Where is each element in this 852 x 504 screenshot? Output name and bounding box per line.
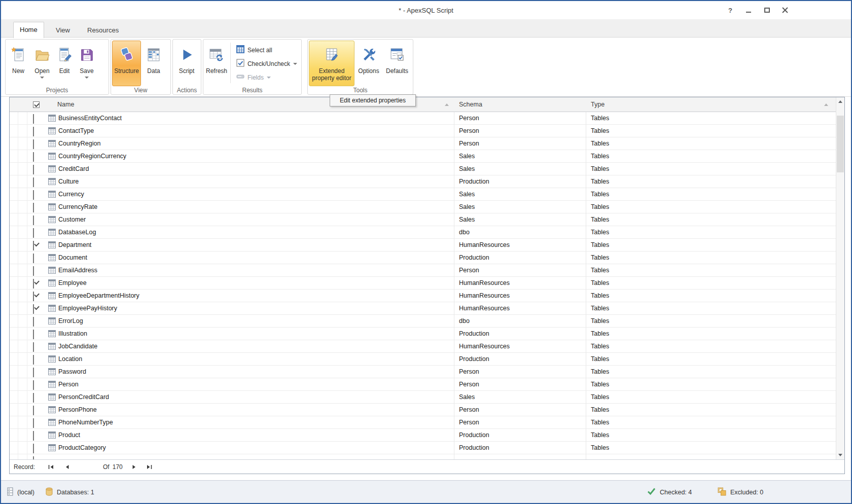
first-record-button[interactable] xyxy=(46,462,55,472)
table-row[interactable]: BusinessEntityContact Person Tables xyxy=(10,112,836,125)
row-checkbox[interactable] xyxy=(33,241,34,250)
row-checkbox[interactable] xyxy=(33,368,34,377)
table-row[interactable]: Person Person Tables xyxy=(10,378,836,391)
table-row[interactable]: Product Production Tables xyxy=(10,429,836,442)
row-checkbox[interactable] xyxy=(33,190,34,200)
open-button-label: Open xyxy=(34,67,49,75)
row-name: PersonPhone xyxy=(58,404,97,416)
table-row[interactable]: ErrorLog dbo Tables xyxy=(10,315,836,328)
row-checkbox[interactable] xyxy=(33,127,34,136)
row-checkbox[interactable] xyxy=(33,139,34,149)
row-checkbox[interactable] xyxy=(33,406,34,415)
table-row[interactable]: PhoneNumberType Person Tables xyxy=(10,416,836,429)
table-row[interactable]: EmployeeDepartmentHistory HumanResources… xyxy=(10,290,836,302)
row-checkbox[interactable] xyxy=(33,114,34,124)
table-row[interactable]: EmployeePayHistory HumanResources Tables xyxy=(10,302,836,315)
table-row[interactable]: Password Person Tables xyxy=(10,366,836,378)
row-checkbox[interactable] xyxy=(33,355,34,365)
extended-property-editor-icon xyxy=(324,45,340,65)
select-all-button[interactable]: Select all xyxy=(232,43,300,57)
table-row[interactable]: PersonPhone Person Tables xyxy=(10,404,836,416)
row-type: Tables xyxy=(591,378,609,390)
table-row[interactable]: Location Production Tables xyxy=(10,353,836,366)
column-header-type[interactable]: Type xyxy=(591,97,605,112)
table-row[interactable]: CountryRegionCurrency Sales Tables xyxy=(10,150,836,163)
row-type: Tables xyxy=(591,391,609,403)
last-record-button[interactable] xyxy=(145,462,154,472)
table-row[interactable]: ProductCategory Production Tables xyxy=(10,442,836,454)
window-title: * - ApexSQL Script xyxy=(1,1,851,19)
options-button[interactable]: Options xyxy=(354,41,383,86)
table-row[interactable]: Document Production Tables xyxy=(10,251,836,264)
save-button[interactable]: Save xyxy=(75,41,99,86)
table-icon xyxy=(48,305,56,314)
table-row[interactable]: Currency Sales Tables xyxy=(10,188,836,201)
row-checkbox[interactable] xyxy=(33,393,34,403)
row-checkbox[interactable] xyxy=(33,177,34,187)
fields-button[interactable]: Fields xyxy=(232,70,300,84)
next-record-button[interactable] xyxy=(130,462,139,472)
row-checkbox[interactable] xyxy=(33,380,34,390)
row-checkbox[interactable] xyxy=(33,279,34,289)
table-row[interactable]: Culture Production Tables xyxy=(10,175,836,188)
row-checkbox[interactable] xyxy=(33,418,34,428)
row-checkbox[interactable] xyxy=(33,304,34,314)
tab-home[interactable]: Home xyxy=(13,22,44,38)
table-row[interactable]: CountryRegion Person Tables xyxy=(10,137,836,150)
table-icon xyxy=(48,115,56,124)
row-checkbox[interactable] xyxy=(33,203,34,212)
table-row[interactable]: JobCandidate HumanResources Tables xyxy=(10,340,836,353)
header-checkbox[interactable] xyxy=(33,101,40,108)
row-checkbox[interactable] xyxy=(33,165,34,174)
column-header-name[interactable]: Name xyxy=(57,97,74,112)
scroll-up-button[interactable] xyxy=(836,97,844,106)
table-row[interactable]: DatabaseLog dbo Tables xyxy=(10,226,836,239)
table-row[interactable]: Department HumanResources Tables xyxy=(10,239,836,251)
minimize-button[interactable] xyxy=(744,6,753,14)
table-row[interactable]: CurrencyRate Sales Tables xyxy=(10,201,836,213)
row-checkbox[interactable] xyxy=(33,266,34,276)
table-row[interactable]: ContactType Person Tables xyxy=(10,125,836,137)
row-checkbox[interactable] xyxy=(33,292,34,301)
data-button[interactable]: Data xyxy=(141,41,166,86)
table-row[interactable]: Customer Sales Tables xyxy=(10,213,836,226)
row-type: Tables xyxy=(591,150,609,162)
server-name: (local) xyxy=(17,489,34,496)
row-checkbox[interactable] xyxy=(33,444,34,453)
row-schema: Person xyxy=(459,137,479,150)
row-checkbox[interactable] xyxy=(33,330,34,339)
column-header-schema[interactable]: Schema xyxy=(459,97,482,112)
extended-property-editor-button[interactable]: Extended property editor xyxy=(309,41,354,86)
edit-button[interactable]: Edit xyxy=(54,41,75,86)
tab-resources[interactable]: Resources xyxy=(81,23,125,38)
row-checkbox[interactable] xyxy=(33,215,34,225)
help-button[interactable]: ? xyxy=(726,6,734,14)
table-row[interactable]: CreditCard Sales Tables xyxy=(10,163,836,175)
open-button[interactable]: Open xyxy=(30,41,54,86)
close-button[interactable] xyxy=(781,6,789,14)
table-row[interactable]: EmailAddress Person Tables xyxy=(10,264,836,277)
script-button[interactable]: Script xyxy=(174,41,199,86)
maximize-button[interactable] xyxy=(763,6,771,14)
table-icon xyxy=(48,267,56,276)
scrollbar-thumb[interactable] xyxy=(837,116,844,172)
row-checkbox[interactable] xyxy=(33,254,34,263)
row-checkbox[interactable] xyxy=(33,152,34,162)
row-checkbox[interactable] xyxy=(33,317,34,327)
vertical-scrollbar[interactable] xyxy=(836,97,844,459)
tab-view[interactable]: View xyxy=(50,23,76,38)
table-row[interactable]: PersonCreditCard Sales Tables xyxy=(10,391,836,404)
table-row[interactable]: Employee HumanResources Tables xyxy=(10,277,836,290)
check-uncheck-button[interactable]: Check/Uncheck xyxy=(232,57,300,70)
row-checkbox[interactable] xyxy=(33,342,34,352)
table-row[interactable]: Illustration Production Tables xyxy=(10,328,836,340)
refresh-button[interactable]: Refresh xyxy=(204,41,229,86)
save-icon xyxy=(79,45,94,65)
new-button[interactable]: New xyxy=(7,41,30,86)
defaults-button[interactable]: Defaults xyxy=(383,41,411,86)
row-checkbox[interactable] xyxy=(33,431,34,441)
structure-button[interactable]: Structure xyxy=(112,41,141,86)
row-checkbox[interactable] xyxy=(33,228,34,238)
previous-record-button[interactable] xyxy=(62,462,72,472)
scroll-down-button[interactable] xyxy=(836,451,844,459)
